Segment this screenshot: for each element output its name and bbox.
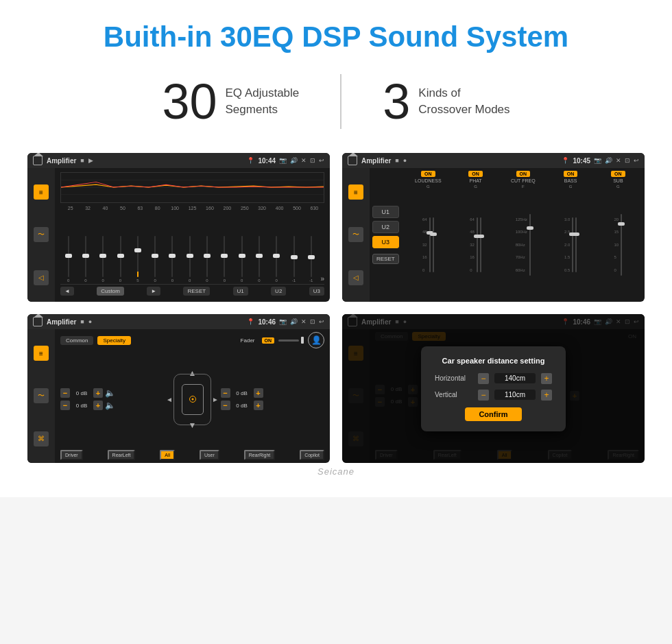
- right-minus-2[interactable]: −: [221, 401, 230, 410]
- left-plus-1[interactable]: +: [93, 388, 103, 398]
- rearleft-btn[interactable]: RearLeft: [108, 450, 136, 460]
- eq-u1-btn[interactable]: U1: [233, 287, 248, 296]
- slider-7[interactable]: 0: [165, 236, 180, 283]
- sub-slider[interactable]: [621, 214, 622, 276]
- horizontal-plus[interactable]: +: [541, 373, 552, 384]
- eq-prev-btn[interactable]: ◄: [60, 287, 74, 296]
- vertical-plus[interactable]: +: [541, 390, 552, 401]
- bass-on[interactable]: ON: [564, 171, 578, 177]
- vertical-minus[interactable]: −: [478, 390, 489, 401]
- crossover-bands: ON LOUDNESS G 64 48 32 16 0: [406, 171, 640, 299]
- eq-icon[interactable]: ≡: [34, 184, 49, 200]
- left-plus-2[interactable]: +: [93, 401, 103, 410]
- left-minus-1[interactable]: −: [60, 388, 70, 398]
- freq-320: 320: [253, 206, 270, 211]
- band-loudness: ON LOUDNESS G 64 48 32 16 0: [406, 171, 451, 299]
- cutfreq-on[interactable]: ON: [516, 171, 531, 177]
- eq-u3-btn[interactable]: U3: [309, 287, 324, 296]
- distance-dialog: Car speaker distance setting Horizontal …: [421, 346, 566, 431]
- all-btn[interactable]: All: [160, 450, 175, 460]
- back-icon-3[interactable]: ↩: [319, 318, 324, 325]
- specialty-tab[interactable]: Specialty: [97, 336, 130, 345]
- slider-12[interactable]: 0: [251, 236, 267, 283]
- eq-graph: [60, 172, 324, 203]
- slider-11[interactable]: 0: [234, 236, 250, 283]
- slider-2[interactable]: 0: [77, 236, 93, 283]
- back-icon-2[interactable]: ↩: [634, 157, 639, 164]
- horizontal-minus[interactable]: −: [478, 373, 489, 384]
- loudness-slider-1[interactable]: [429, 217, 431, 272]
- eq-next-btn[interactable]: ►: [147, 287, 160, 296]
- freq-50: 50: [114, 206, 131, 211]
- slider-15[interactable]: -1: [303, 236, 319, 283]
- bass-slider-2[interactable]: [575, 217, 577, 272]
- common-tab[interactable]: Common: [60, 336, 93, 345]
- rearright-btn[interactable]: RearRight: [244, 450, 276, 460]
- wave-icon-3[interactable]: 〜: [34, 388, 49, 403]
- back-icon-1[interactable]: ↩: [319, 157, 324, 164]
- right-arrow[interactable]: ►: [212, 396, 219, 403]
- home-icon-3[interactable]: [33, 317, 43, 326]
- bt-icon-3[interactable]: ⌘: [34, 431, 49, 446]
- left-vol-display-1: 0 dB: [72, 390, 91, 396]
- loudness-on[interactable]: ON: [421, 171, 435, 177]
- crosshair[interactable]: [189, 396, 196, 403]
- left-arrow[interactable]: ◄: [166, 396, 173, 403]
- slider-4[interactable]: 0: [112, 236, 128, 283]
- cutfreq-slider[interactable]: [529, 214, 531, 276]
- reset-btn-crossover[interactable]: RESET: [372, 254, 399, 264]
- phat-slider-2[interactable]: [480, 217, 481, 272]
- eq-preset-label[interactable]: Custom: [97, 287, 124, 296]
- record-icon-3: ■: [80, 318, 84, 325]
- freq-25: 25: [62, 206, 79, 211]
- slider-9[interactable]: 0: [199, 236, 215, 283]
- slider-13[interactable]: 0: [269, 236, 285, 283]
- right-vol-row-1: − 0 dB +: [221, 388, 325, 398]
- phat-slider-1[interactable]: [477, 217, 478, 272]
- eq-icon-2[interactable]: ≡: [348, 184, 363, 200]
- band-cutfreq: ON CUT FREQ F 125Hz 100Hz 80Hz 70Hz 60Hz: [501, 171, 545, 299]
- loudness-slider-2[interactable]: [433, 217, 434, 272]
- cutfreq-sliders: 125Hz 100Hz 80Hz 70Hz 60Hz: [516, 190, 531, 299]
- phat-on[interactable]: ON: [468, 171, 483, 177]
- fader-label: Fader: [241, 337, 255, 344]
- wave-icon-2[interactable]: 〜: [348, 227, 363, 242]
- confirm-button[interactable]: Confirm: [465, 407, 521, 421]
- eq-u2-btn[interactable]: U2: [271, 287, 286, 296]
- fader-slider[interactable]: [278, 337, 304, 344]
- wave-icon[interactable]: 〜: [34, 227, 49, 242]
- down-arrow[interactable]: ▼: [189, 420, 197, 430]
- x-icon-3: ✕: [301, 318, 307, 325]
- right-plus-2[interactable]: +: [254, 401, 263, 410]
- expand-arrows[interactable]: »: [320, 275, 324, 283]
- right-plus-1[interactable]: +: [254, 388, 263, 398]
- screen-speaker: Amplifier ■ ● 📍 10:46 📷 🔊 ✕ ⊡ ↩ ≡ 〜: [27, 314, 330, 463]
- right-minus-1[interactable]: −: [221, 388, 230, 398]
- slider-10[interactable]: 0: [217, 236, 232, 283]
- user-btn[interactable]: User: [200, 450, 219, 460]
- home-icon-1[interactable]: [33, 156, 43, 165]
- left-panel-eq: ≡ 〜 ◁: [27, 168, 55, 302]
- slider-6[interactable]: 0: [147, 236, 163, 283]
- home-icon-2[interactable]: [348, 156, 357, 165]
- sub-on[interactable]: ON: [611, 171, 625, 177]
- freq-400: 400: [271, 206, 288, 211]
- eq-main: 25 32 40 50 63 80 100 125 160 200 250 32…: [55, 168, 330, 302]
- slider-8[interactable]: 0: [182, 236, 197, 283]
- driver-btn[interactable]: Driver: [60, 450, 83, 460]
- bass-slider-1[interactable]: [572, 217, 573, 272]
- slider-5[interactable]: 5: [130, 236, 145, 283]
- slider-1[interactable]: 0: [60, 236, 76, 283]
- spk-icon-2[interactable]: ◁: [348, 270, 363, 285]
- left-minus-2[interactable]: −: [60, 401, 70, 410]
- u1-btn[interactable]: U1: [372, 206, 399, 218]
- eq-reset-btn[interactable]: RESET: [183, 287, 210, 296]
- spk-icon[interactable]: ◁: [34, 270, 49, 285]
- u2-btn[interactable]: U2: [372, 221, 399, 233]
- u3-btn[interactable]: U3: [372, 236, 399, 248]
- slider-3[interactable]: 0: [95, 236, 111, 283]
- slider-14[interactable]: -1: [286, 236, 302, 283]
- copilot-btn[interactable]: Copilot: [300, 450, 324, 460]
- stat-crossover-number: 3: [383, 77, 410, 126]
- eq-icon-3[interactable]: ≡: [34, 346, 49, 361]
